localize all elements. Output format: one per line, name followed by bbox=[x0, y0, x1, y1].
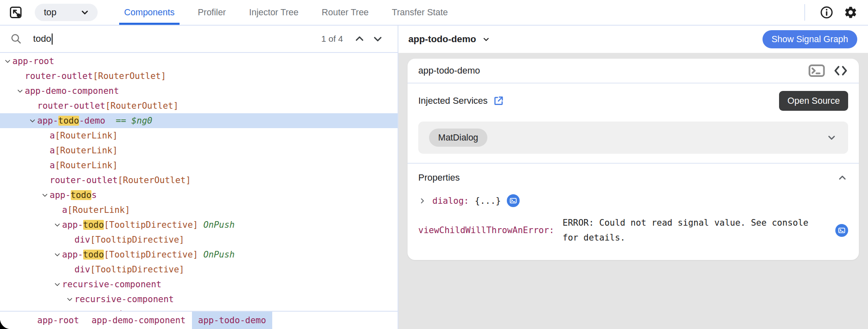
show-signal-graph-button[interactable]: Show Signal Graph bbox=[762, 30, 857, 48]
tree-node-text: recursive-component bbox=[74, 294, 174, 304]
external-link-icon[interactable] bbox=[493, 95, 504, 107]
tree-node-text: s bbox=[91, 190, 97, 200]
toolbar-divider bbox=[804, 4, 805, 21]
tab-injector-tree[interactable]: Injector Tree bbox=[249, 0, 299, 25]
tree-node-text: [TooltipDirective] bbox=[90, 265, 185, 274]
expand-chevron-icon[interactable] bbox=[418, 197, 432, 205]
toolbar-right bbox=[804, 2, 861, 22]
text-caret bbox=[52, 33, 53, 45]
tree-node-text: todo bbox=[83, 220, 104, 230]
tree-node-text: todo bbox=[71, 190, 92, 200]
properties-collapse-button[interactable] bbox=[837, 172, 848, 184]
tree-node[interactable]: recursive-component bbox=[0, 277, 398, 292]
info-icon bbox=[820, 5, 834, 19]
tree-node[interactable]: a[RouterLink] bbox=[0, 143, 398, 158]
tree-node[interactable]: app-todo[TooltipDirective] OnPush bbox=[0, 217, 398, 232]
frame-selector-value: top bbox=[44, 7, 79, 18]
selected-component-dropdown[interactable]: app-todo-demo bbox=[408, 34, 491, 45]
search-icon bbox=[10, 33, 22, 45]
tree-node-text: app-root bbox=[12, 56, 54, 66]
log-to-console-button[interactable] bbox=[507, 194, 520, 207]
expand-chevron-icon[interactable] bbox=[52, 281, 62, 288]
inspector-header: app-todo-demo Show Signal Graph bbox=[398, 26, 868, 53]
expand-chevron-icon[interactable] bbox=[52, 222, 62, 229]
chevron-down-icon bbox=[481, 34, 491, 44]
tab-router-tree[interactable]: Router Tree bbox=[322, 0, 369, 25]
tab-profiler[interactable]: Profiler bbox=[198, 0, 226, 25]
tree-node[interactable]: div[TooltipDirective] bbox=[0, 262, 398, 277]
tab-transfer-state[interactable]: Transfer State bbox=[392, 0, 448, 25]
selected-component-name: app-todo-demo bbox=[408, 34, 476, 45]
element-picker-button[interactable] bbox=[7, 3, 25, 21]
log-to-console-button[interactable] bbox=[835, 224, 848, 237]
breadcrumb-item[interactable]: app-demo-component bbox=[85, 312, 192, 329]
tree-node[interactable]: a[RouterLink] bbox=[0, 128, 398, 143]
tree-node[interactable]: app-demo-component bbox=[0, 83, 398, 98]
component-card: app-todo-demo bbox=[408, 59, 859, 260]
expand-chevron-icon[interactable] bbox=[65, 296, 74, 303]
breadcrumb: app-rootapp-demo-componentapp-todo-demo bbox=[0, 311, 398, 329]
search-result-count: 1 of 4 bbox=[321, 34, 343, 44]
search-query: todo bbox=[33, 33, 51, 44]
breadcrumb-item[interactable]: app-todo-demo bbox=[192, 312, 272, 329]
frame-selector-dropdown[interactable]: top bbox=[35, 4, 98, 21]
tree-node-text: [TooltipDirective] bbox=[104, 250, 198, 260]
breadcrumb-item[interactable]: app-root bbox=[31, 312, 85, 329]
tree-node[interactable]: div[TooltipDirective] bbox=[0, 232, 398, 247]
expand-chevron-icon[interactable] bbox=[15, 88, 25, 95]
tree-node-text: router-outlet bbox=[50, 175, 117, 185]
open-source-button[interactable]: Open Source bbox=[779, 91, 848, 111]
property-row: dialog:{...} bbox=[418, 190, 848, 211]
tree-node[interactable]: recursive-component bbox=[0, 292, 398, 307]
tree-node-text: todo bbox=[83, 250, 104, 260]
tree-node-text: recursive-component bbox=[62, 279, 161, 289]
tree-node[interactable]: a[RouterLink] bbox=[0, 203, 398, 217]
log-to-console-icon bbox=[835, 224, 848, 237]
expand-chevron-icon[interactable] bbox=[27, 117, 37, 124]
settings-button[interactable] bbox=[841, 2, 861, 22]
tree-node-text: [RouterLink] bbox=[67, 205, 130, 215]
properties-header: Properties bbox=[408, 164, 859, 187]
service-pill[interactable]: MatDialog bbox=[429, 129, 487, 147]
component-tree-panel: todo 1 of 4 app-rootrouter-outlet[Router… bbox=[0, 26, 398, 329]
tree-node-text: app- bbox=[37, 116, 58, 126]
view-source-icon[interactable] bbox=[833, 64, 848, 77]
tree-node-text: app- bbox=[62, 250, 83, 260]
services-expand-button[interactable] bbox=[826, 132, 837, 143]
expand-chevron-icon[interactable] bbox=[52, 251, 62, 258]
injected-services-label: Injected Services bbox=[418, 95, 488, 106]
tree-node[interactable]: app-todo-demo == $ng0 bbox=[0, 113, 398, 128]
tree-node-text: [RouterOutlet] bbox=[117, 175, 191, 185]
tree-node[interactable]: app-todo[TooltipDirective] OnPush bbox=[0, 247, 398, 262]
console-reference-icon[interactable] bbox=[808, 64, 825, 78]
gear-icon bbox=[844, 5, 858, 19]
search-next-button[interactable] bbox=[369, 30, 387, 48]
chevron-down-icon bbox=[372, 33, 384, 45]
tree-node-text: [RouterLink] bbox=[55, 131, 118, 141]
info-button[interactable] bbox=[817, 2, 837, 22]
property-value: ERROR: Could not read signal value. See … bbox=[563, 215, 827, 245]
chevron-down-icon bbox=[79, 7, 90, 18]
tab-components[interactable]: Components bbox=[124, 0, 175, 25]
tree-node[interactable]: router-outlet[RouterOutlet] bbox=[0, 173, 398, 188]
tree-node[interactable]: router-outlet[RouterOutlet] bbox=[0, 98, 398, 113]
tree-node-text: == bbox=[105, 116, 131, 126]
tree-node[interactable]: app-root bbox=[0, 54, 398, 69]
tree-node[interactable]: a[RouterLink] bbox=[0, 158, 398, 173]
expand-chevron-icon[interactable] bbox=[2, 58, 12, 65]
search-prev-button[interactable] bbox=[350, 30, 369, 48]
tree-node[interactable]: app-todos bbox=[0, 188, 398, 203]
tree-node-text: router-outlet bbox=[25, 71, 93, 81]
tree-node-text: router-outlet bbox=[37, 101, 105, 111]
tree-node-text: a bbox=[50, 160, 55, 170]
tree-node-text: [RouterLink] bbox=[55, 145, 118, 155]
card-title: app-todo-demo bbox=[418, 65, 480, 76]
tree-node[interactable]: recursive-component bbox=[0, 307, 398, 311]
expand-chevron-icon[interactable] bbox=[40, 192, 50, 199]
search-bar: todo 1 of 4 bbox=[0, 26, 398, 53]
tree-node-text: [TooltipDirective] bbox=[104, 220, 198, 230]
search-input[interactable]: todo bbox=[10, 33, 321, 45]
inspector-panel: app-todo-demo Show Signal Graph app-todo… bbox=[398, 26, 868, 329]
tree-node[interactable]: router-outlet[RouterOutlet] bbox=[0, 69, 398, 83]
property-key: viewChildWillThrowAnError: bbox=[418, 225, 554, 235]
